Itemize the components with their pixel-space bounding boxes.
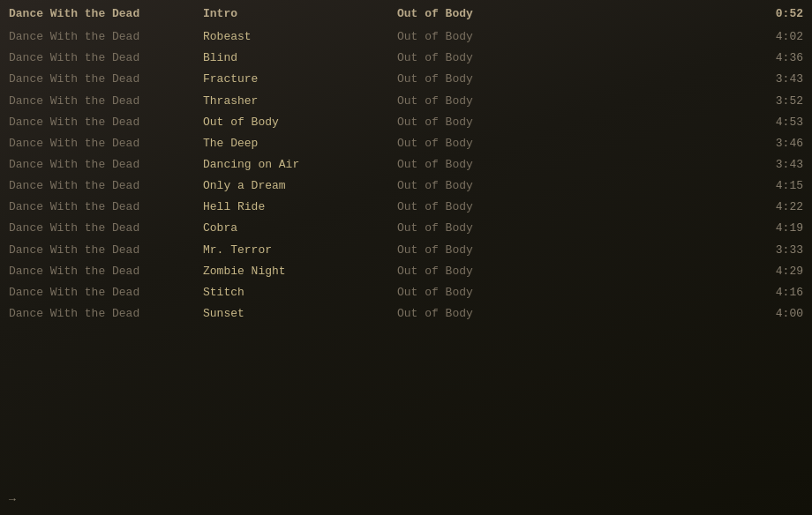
track-title: Dancing on Air bbox=[203, 156, 397, 174]
track-title: Sunset bbox=[203, 305, 397, 323]
track-artist: Dance With the Dead bbox=[9, 177, 203, 195]
track-row[interactable]: Dance With the DeadBlindOut of Body4:36 bbox=[0, 48, 812, 69]
header-duration: 0:52 bbox=[750, 5, 803, 23]
track-album: Out of Body bbox=[397, 135, 574, 153]
track-row[interactable]: Dance With the DeadFractureOut of Body3:… bbox=[0, 69, 812, 90]
track-spacer bbox=[574, 220, 750, 237]
track-duration: 4:36 bbox=[750, 49, 803, 67]
track-duration: 3:43 bbox=[750, 71, 803, 88]
track-album: Out of Body bbox=[397, 114, 574, 131]
track-spacer bbox=[574, 242, 750, 259]
track-artist: Dance With the Dead bbox=[9, 242, 203, 259]
arrow-indicator: → bbox=[9, 493, 16, 506]
track-title: Zombie Night bbox=[203, 263, 397, 280]
track-duration: 3:33 bbox=[750, 242, 803, 259]
track-artist: Dance With the Dead bbox=[9, 220, 203, 237]
track-duration: 4:22 bbox=[750, 198, 803, 216]
track-spacer bbox=[574, 263, 750, 280]
track-artist: Dance With the Dead bbox=[9, 93, 203, 110]
track-artist: Dance With the Dead bbox=[9, 156, 203, 174]
track-row[interactable]: Dance With the DeadZombie NightOut of Bo… bbox=[0, 261, 812, 282]
track-row[interactable]: Dance With the DeadCobraOut of Body4:19 bbox=[0, 218, 812, 239]
track-album: Out of Body bbox=[397, 156, 574, 174]
track-list: Dance With the Dead Intro Out of Body 0:… bbox=[0, 0, 812, 328]
track-artist: Dance With the Dead bbox=[9, 198, 203, 216]
track-spacer bbox=[574, 135, 750, 153]
track-title: Only a Dream bbox=[203, 177, 397, 195]
track-row[interactable]: Dance With the DeadMr. TerrorOut of Body… bbox=[0, 240, 812, 261]
track-row[interactable]: Dance With the DeadThe DeepOut of Body3:… bbox=[0, 133, 812, 154]
track-title: Mr. Terror bbox=[203, 242, 397, 259]
track-title: Robeast bbox=[203, 28, 397, 46]
track-row[interactable]: Dance With the DeadThrasherOut of Body3:… bbox=[0, 91, 812, 112]
track-row[interactable]: Dance With the DeadOnly a DreamOut of Bo… bbox=[0, 175, 812, 197]
track-title: The Deep bbox=[203, 135, 397, 153]
track-artist: Dance With the Dead bbox=[9, 49, 203, 67]
track-spacer bbox=[574, 198, 750, 216]
track-duration: 4:02 bbox=[750, 28, 803, 46]
track-row[interactable]: Dance With the DeadOut of BodyOut of Bod… bbox=[0, 112, 812, 133]
header-spacer bbox=[574, 5, 750, 23]
header-title: Intro bbox=[203, 5, 397, 23]
track-album: Out of Body bbox=[397, 198, 574, 216]
track-spacer bbox=[574, 28, 750, 46]
track-duration: 4:29 bbox=[750, 263, 803, 280]
track-title: Hell Ride bbox=[203, 198, 397, 216]
track-album: Out of Body bbox=[397, 49, 574, 67]
track-album: Out of Body bbox=[397, 220, 574, 237]
track-album: Out of Body bbox=[397, 305, 574, 323]
track-spacer bbox=[574, 114, 750, 131]
track-spacer bbox=[574, 305, 750, 323]
header-album: Out of Body bbox=[397, 5, 574, 23]
track-duration: 4:53 bbox=[750, 114, 803, 131]
track-album: Out of Body bbox=[397, 263, 574, 280]
track-spacer bbox=[574, 71, 750, 88]
track-artist: Dance With the Dead bbox=[9, 263, 203, 280]
track-row[interactable]: Dance With the DeadHell RideOut of Body4… bbox=[0, 197, 812, 218]
track-spacer bbox=[574, 177, 750, 195]
track-spacer bbox=[574, 284, 750, 302]
track-duration: 3:52 bbox=[750, 93, 803, 110]
track-artist: Dance With the Dead bbox=[9, 305, 203, 323]
track-spacer bbox=[574, 49, 750, 67]
header-artist: Dance With the Dead bbox=[9, 5, 203, 23]
track-duration: 4:00 bbox=[750, 305, 803, 323]
track-row[interactable]: Dance With the DeadStitchOut of Body4:16 bbox=[0, 282, 812, 303]
track-title: Thrasher bbox=[203, 93, 397, 110]
track-duration: 4:16 bbox=[750, 284, 803, 302]
track-list-header: Dance With the Dead Intro Out of Body 0:… bbox=[0, 4, 812, 26]
track-title: Fracture bbox=[203, 71, 397, 88]
track-title: Stitch bbox=[203, 284, 397, 302]
track-duration: 3:43 bbox=[750, 156, 803, 174]
track-artist: Dance With the Dead bbox=[9, 284, 203, 302]
track-title: Out of Body bbox=[203, 114, 397, 131]
track-duration: 3:46 bbox=[750, 135, 803, 153]
track-artist: Dance With the Dead bbox=[9, 28, 203, 46]
track-spacer bbox=[574, 93, 750, 110]
track-row[interactable]: Dance With the DeadDancing on AirOut of … bbox=[0, 154, 812, 175]
track-title: Cobra bbox=[203, 220, 397, 237]
track-row[interactable]: Dance With the DeadRobeastOut of Body4:0… bbox=[0, 26, 812, 48]
track-album: Out of Body bbox=[397, 93, 574, 110]
track-artist: Dance With the Dead bbox=[9, 135, 203, 153]
track-row[interactable]: Dance With the DeadSunsetOut of Body4:00 bbox=[0, 303, 812, 325]
track-title: Blind bbox=[203, 49, 397, 67]
track-artist: Dance With the Dead bbox=[9, 71, 203, 88]
track-album: Out of Body bbox=[397, 177, 574, 195]
track-album: Out of Body bbox=[397, 284, 574, 302]
track-spacer bbox=[574, 156, 750, 174]
track-album: Out of Body bbox=[397, 242, 574, 259]
track-duration: 4:15 bbox=[750, 177, 803, 195]
track-duration: 4:19 bbox=[750, 220, 803, 237]
track-artist: Dance With the Dead bbox=[9, 114, 203, 131]
track-album: Out of Body bbox=[397, 28, 574, 46]
track-album: Out of Body bbox=[397, 71, 574, 88]
